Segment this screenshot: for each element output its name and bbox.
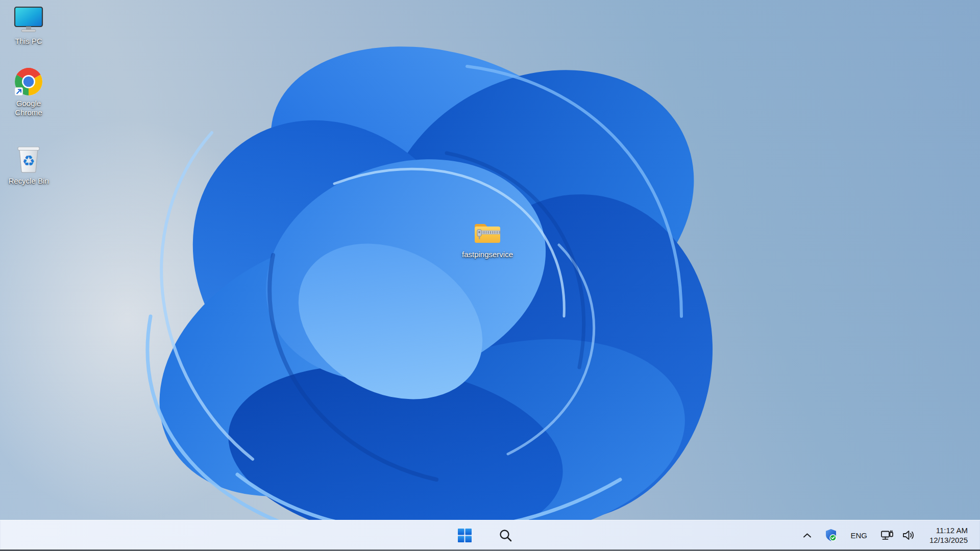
search-icon — [499, 529, 512, 542]
zipped-folder-icon — [473, 218, 502, 247]
clock-date: 12/13/2025 — [929, 535, 968, 545]
desktop-icon-this-pc[interactable]: This PC — [4, 5, 53, 46]
windows-logo-icon — [458, 529, 472, 542]
network-button[interactable] — [877, 525, 897, 545]
volume-button[interactable] — [899, 525, 918, 545]
windows-security-shield-icon — [825, 529, 837, 542]
desktop-icon-label: Google Chrome — [4, 99, 53, 117]
start-button[interactable] — [454, 525, 475, 545]
windows-desktop: { "wallpaper": { "name": "windows-11-blo… — [0, 0, 980, 551]
chevron-up-icon — [803, 533, 812, 538]
language-label: ENG — [850, 531, 867, 540]
ethernet-network-icon — [880, 529, 894, 541]
speaker-volume-icon — [902, 529, 915, 541]
clock[interactable]: 11:12 AM 12/13/2025 — [925, 525, 972, 545]
desktop-icon-label: Recycle Bin — [8, 177, 48, 186]
tray-overflow-button[interactable] — [799, 525, 815, 545]
clock-time: 11:12 AM — [936, 525, 968, 535]
desktop-icon-google-chrome[interactable]: Google Chrome — [4, 67, 53, 117]
desktop-file-fastpingservice[interactable]: fastpingservice — [461, 218, 514, 259]
monitor-icon — [14, 5, 43, 34]
svg-text:♻: ♻ — [22, 153, 35, 169]
system-tray: ENG 11:12 — [799, 520, 980, 550]
desktop-icon-recycle-bin[interactable]: ♻ Recycle Bin — [4, 145, 53, 186]
language-indicator[interactable]: ENG — [847, 525, 870, 545]
recycle-bin-icon: ♻ — [16, 145, 41, 173]
shortcut-arrow-badge — [15, 87, 23, 95]
chrome-icon — [14, 67, 43, 96]
windows-security-button[interactable] — [822, 525, 840, 545]
desktop-file-label: fastpingservice — [462, 250, 513, 259]
taskbar: ENG 11:12 — [0, 520, 980, 551]
desktop-icon-label: This PC — [15, 37, 42, 46]
search-button[interactable] — [495, 525, 516, 545]
bloom-wallpaper-art — [0, 0, 980, 551]
